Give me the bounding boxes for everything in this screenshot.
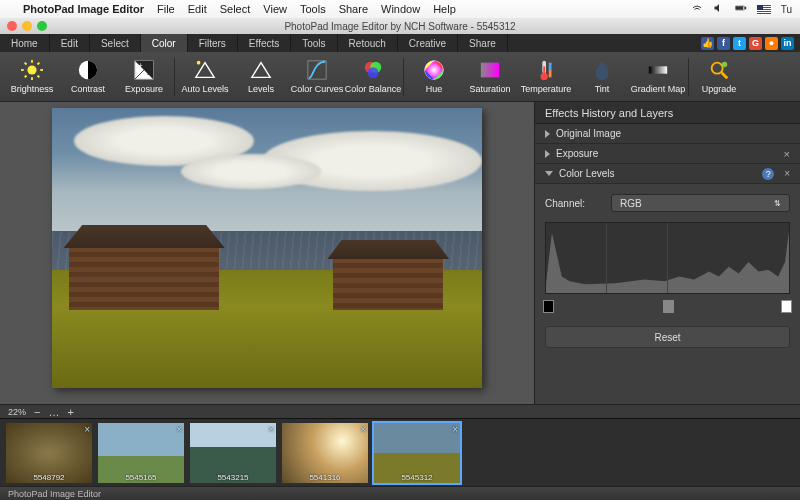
- tab-edit[interactable]: Edit: [50, 34, 90, 52]
- svg-line-11: [38, 63, 40, 65]
- channel-select[interactable]: RGB ⇅: [611, 194, 790, 212]
- upgrade-button[interactable]: Upgrade: [691, 54, 747, 100]
- tab-color[interactable]: Color: [141, 34, 188, 52]
- svg-rect-29: [649, 66, 667, 73]
- zoom-out-button[interactable]: −: [34, 406, 40, 418]
- menu-select[interactable]: Select: [220, 3, 251, 15]
- tab-filters[interactable]: Filters: [188, 34, 238, 52]
- tint-button[interactable]: Tint: [574, 54, 630, 100]
- chevron-right-icon: [545, 150, 550, 158]
- canvas-area[interactable]: [0, 102, 534, 404]
- brightness-button[interactable]: Brightness: [4, 54, 60, 100]
- contrast-button[interactable]: Contrast: [60, 54, 116, 100]
- tab-effects[interactable]: Effects: [238, 34, 291, 52]
- twitter-icon[interactable]: t: [733, 37, 746, 50]
- thumbnail[interactable]: × 5548792: [6, 423, 92, 483]
- svg-rect-2: [736, 7, 743, 10]
- tab-share[interactable]: Share: [458, 34, 508, 52]
- histogram[interactable]: [545, 222, 790, 294]
- slider-gray[interactable]: [663, 300, 674, 313]
- tab-select[interactable]: Select: [90, 34, 141, 52]
- menu-edit[interactable]: Edit: [188, 3, 207, 15]
- tab-tools[interactable]: Tools: [291, 34, 337, 52]
- layer-original[interactable]: Original Image: [535, 124, 800, 144]
- thumbnail[interactable]: × 5545165: [98, 423, 184, 483]
- saturation-button[interactable]: Saturation: [462, 54, 518, 100]
- slider-black[interactable]: [543, 300, 554, 313]
- svg-rect-1: [745, 7, 746, 9]
- layer-exposure[interactable]: Exposure ×: [535, 144, 800, 164]
- menu-share[interactable]: Share: [339, 3, 368, 15]
- close-icon[interactable]: ×: [452, 424, 458, 435]
- facebook-icon[interactable]: f: [717, 37, 730, 50]
- like-icon[interactable]: 👍: [701, 37, 714, 50]
- battery-icon[interactable]: [735, 2, 747, 16]
- menu-view[interactable]: View: [263, 3, 287, 15]
- exposure-button[interactable]: +− Exposure: [116, 54, 172, 100]
- thumbnail-strip[interactable]: × 5548792 × 5545165 × 5543215 × 5541316 …: [0, 418, 800, 486]
- close-icon[interactable]: ×: [268, 424, 274, 435]
- thumbnail[interactable]: × 5545312: [374, 423, 460, 483]
- thumbnail[interactable]: × 5541316: [282, 423, 368, 483]
- svg-rect-23: [481, 63, 499, 78]
- hue-button[interactable]: Hue: [406, 54, 462, 100]
- temperature-button[interactable]: Temperature: [518, 54, 574, 100]
- upgrade-icon: [708, 59, 730, 81]
- menu-file[interactable]: File: [157, 3, 175, 15]
- color-curves-button[interactable]: Color Curves: [289, 54, 345, 100]
- channel-label: Channel:: [545, 198, 595, 209]
- traffic-light-minimize[interactable]: [22, 21, 32, 31]
- menu-appname[interactable]: PhotoPad Image Editor: [23, 3, 144, 15]
- close-icon[interactable]: ×: [176, 424, 182, 435]
- close-icon[interactable]: ×: [84, 424, 90, 435]
- color-levels-body: Channel: RGB ⇅ Reset: [535, 184, 800, 404]
- zoom-bar: 22% − … +: [0, 404, 800, 418]
- svg-point-16: [197, 61, 201, 65]
- volume-icon[interactable]: [713, 2, 725, 16]
- svg-point-32: [722, 62, 728, 68]
- levels-button[interactable]: Levels: [233, 54, 289, 100]
- rss-icon[interactable]: ●: [765, 37, 778, 50]
- svg-text:−: −: [147, 70, 151, 79]
- zoom-in-button[interactable]: +: [67, 406, 73, 418]
- menu-window[interactable]: Window: [381, 3, 420, 15]
- tab-creative[interactable]: Creative: [398, 34, 458, 52]
- google-icon[interactable]: G: [749, 37, 762, 50]
- mac-menubar: PhotoPad Image Editor File Edit Select V…: [0, 0, 800, 18]
- social-icons: 👍 f t G ● in: [701, 34, 800, 52]
- chevron-down-icon: [545, 171, 553, 176]
- help-icon[interactable]: ?: [762, 168, 774, 180]
- chevron-right-icon: [545, 130, 550, 138]
- flag-icon[interactable]: [757, 5, 771, 14]
- close-icon[interactable]: ×: [784, 168, 790, 179]
- linkedin-icon[interactable]: in: [781, 37, 794, 50]
- wifi-icon[interactable]: [691, 2, 703, 16]
- saturation-icon: [479, 59, 501, 81]
- gradient-map-button[interactable]: Gradient Map: [630, 54, 686, 100]
- close-icon[interactable]: ×: [360, 424, 366, 435]
- menu-help[interactable]: Help: [433, 3, 456, 15]
- hue-icon: [423, 59, 445, 81]
- clock[interactable]: Tu: [781, 4, 792, 15]
- tab-home[interactable]: Home: [0, 34, 50, 52]
- brightness-icon: [21, 59, 43, 81]
- reset-button[interactable]: Reset: [545, 326, 790, 348]
- image-canvas[interactable]: [52, 108, 482, 388]
- slider-white[interactable]: [781, 300, 792, 313]
- auto-levels-button[interactable]: Auto Levels: [177, 54, 233, 100]
- svg-line-10: [25, 76, 27, 78]
- menu-tools[interactable]: Tools: [300, 3, 326, 15]
- traffic-light-close[interactable]: [7, 21, 17, 31]
- zoom-fit-button[interactable]: …: [48, 406, 59, 418]
- traffic-light-maximize[interactable]: [37, 21, 47, 31]
- close-icon[interactable]: ×: [784, 148, 790, 160]
- tab-retouch[interactable]: Retouch: [338, 34, 398, 52]
- svg-point-20: [368, 67, 379, 78]
- auto-levels-icon: [194, 59, 216, 81]
- svg-line-31: [722, 73, 728, 79]
- thumbnail[interactable]: × 5543215: [190, 423, 276, 483]
- svg-rect-26: [543, 66, 545, 75]
- levels-icon: [250, 59, 272, 81]
- layer-color-levels[interactable]: Color Levels ? ×: [535, 164, 800, 184]
- color-balance-button[interactable]: Color Balance: [345, 54, 401, 100]
